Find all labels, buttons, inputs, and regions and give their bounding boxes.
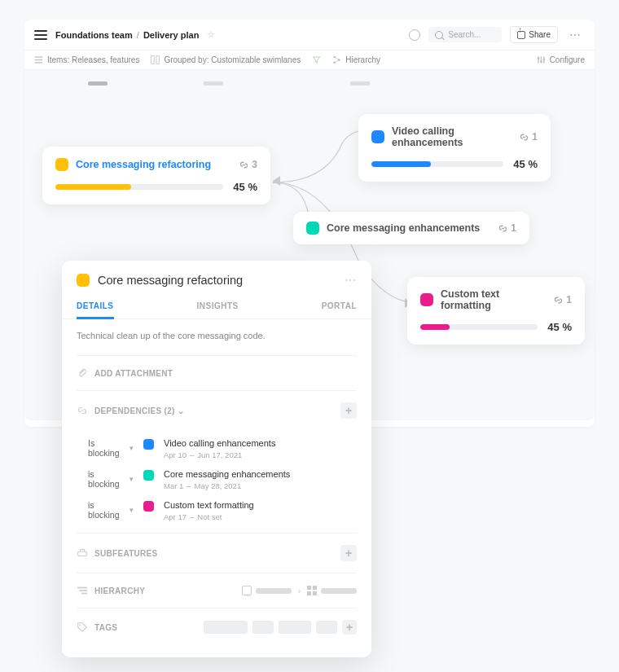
search-icon (435, 31, 443, 39)
link-icon (519, 132, 529, 143)
dependency-count[interactable]: 1 (553, 294, 572, 305)
svg-point-12 (540, 60, 542, 63)
breadcrumb-page[interactable]: Delivery plan (143, 30, 199, 40)
svg-rect-17 (81, 593, 87, 595)
progress-bar (371, 161, 503, 167)
timeline-marker (350, 81, 370, 86)
topbar: Foundations team / Delivery plan ☆ Searc… (24, 20, 595, 51)
card-custom-text[interactable]: Custom text formatting 1 45 % (407, 277, 585, 345)
dependencies-section[interactable]: DEPENDENCIES (2) ⌄ + (77, 390, 357, 430)
color-dot (143, 470, 154, 481)
svg-rect-16 (80, 590, 88, 591)
progress-bar (55, 184, 223, 190)
tab-insights[interactable]: INSIGHTS (196, 295, 238, 318)
dependency-item[interactable]: is blocking▾ Core messaging enhancements… (77, 464, 357, 495)
star-icon[interactable]: ☆ (207, 29, 215, 40)
add-dependency-button[interactable]: + (340, 402, 357, 419)
add-tag-button[interactable]: + (342, 620, 357, 635)
timeline-marker (88, 81, 108, 86)
tag-placeholder (204, 621, 248, 634)
subfeatures-icon (77, 547, 88, 559)
breadcrumb[interactable]: Foundations team / Delivery plan (55, 30, 199, 40)
card-video-calling[interactable]: Video calling enhancements 1 45 % (358, 114, 551, 182)
color-dot (143, 439, 154, 450)
color-dot (55, 158, 68, 171)
svg-rect-20 (307, 591, 311, 595)
tab-portal[interactable]: PORTAL (322, 295, 357, 318)
svg-rect-3 (151, 56, 154, 64)
svg-rect-2 (35, 62, 43, 63)
attachment-section[interactable]: ADD ATTACHMENT (77, 355, 357, 390)
dependency-list: Is blocking▾ Video calling enhancements … (77, 430, 357, 533)
link-icon (77, 405, 88, 416)
filter-button[interactable] (312, 55, 321, 64)
svg-point-13 (542, 58, 545, 60)
dependency-item[interactable]: is blocking▾ Custom text formatting Apr … (77, 495, 357, 526)
color-dot (77, 274, 90, 287)
svg-rect-14 (78, 551, 87, 556)
progress-percent: 45 % (233, 181, 257, 193)
hierarchy-section[interactable]: HIERARCHY › (77, 573, 357, 608)
svg-rect-1 (35, 59, 43, 60)
svg-rect-4 (156, 56, 159, 64)
description: Technical clean up of the core messaging… (77, 331, 357, 340)
color-dot (371, 130, 384, 143)
share-button[interactable]: Share (510, 26, 558, 43)
tag-placeholder (252, 621, 274, 634)
tags-section[interactable]: TAGS + (77, 608, 357, 646)
progress-percent: 45 % (513, 158, 538, 170)
tag-icon (77, 621, 88, 633)
tab-details[interactable]: DETAILS (77, 295, 114, 319)
card-core-enhancements[interactable]: Core messaging enhancements 1 (293, 212, 529, 244)
dependency-count[interactable]: 1 (519, 131, 538, 143)
progress-percent: 45 % (547, 321, 572, 333)
link-icon (553, 295, 564, 305)
dependency-relation[interactable]: is blocking▾ (77, 500, 134, 520)
card-title[interactable]: Core messaging refactoring (76, 159, 231, 170)
detail-panel: Core messaging refactoring ⋯ DETAILS INS… (62, 261, 371, 657)
card-title[interactable]: Custom text formatting (441, 288, 546, 311)
attachment-icon (77, 367, 88, 379)
color-dot (420, 293, 433, 306)
tag-placeholder (316, 621, 337, 634)
dependency-count[interactable]: 1 (498, 222, 516, 234)
svg-point-22 (80, 625, 81, 626)
tag-placeholder (279, 621, 311, 634)
grouped-filter[interactable]: Grouped by: Customizable swimlanes (151, 55, 301, 64)
tabs: DETAILS INSIGHTS PORTAL (62, 295, 371, 319)
chevron-down-icon: ▾ (130, 475, 134, 483)
hierarchy-button[interactable]: Hierarchy (332, 55, 380, 64)
dependency-item[interactable]: Is blocking▾ Video calling enhancements … (77, 433, 357, 464)
svg-rect-18 (307, 586, 311, 590)
svg-rect-19 (313, 586, 317, 590)
search-input[interactable]: Search... (428, 27, 502, 42)
card-title[interactable]: Core messaging enhancements (327, 222, 490, 234)
menu-icon[interactable] (34, 30, 47, 40)
svg-rect-21 (313, 591, 317, 595)
chevron-down-icon: ▾ (130, 444, 134, 452)
chevron-down-icon: ▾ (130, 506, 134, 514)
dependency-relation[interactable]: is blocking▾ (77, 469, 134, 489)
color-dot (143, 501, 154, 512)
dependency-relation[interactable]: Is blocking▾ (77, 438, 134, 458)
chevron-down-icon: ⌄ (178, 406, 184, 415)
link-icon (498, 223, 508, 234)
breadcrumb-team[interactable]: Foundations team (55, 30, 133, 40)
progress-bar (420, 324, 538, 330)
toolbar: Items: Releases, features Grouped by: Cu… (24, 51, 595, 70)
hierarchy-icon (77, 585, 88, 596)
card-title[interactable]: Video calling enhancements (392, 125, 511, 148)
link-icon (239, 160, 249, 170)
comment-icon[interactable] (409, 29, 420, 41)
configure-button[interactable]: Configure (537, 55, 585, 64)
add-subfeature-button[interactable]: + (340, 545, 357, 561)
items-filter[interactable]: Items: Releases, features (34, 55, 139, 64)
svg-rect-15 (77, 587, 87, 589)
svg-rect-0 (35, 56, 43, 57)
panel-more-button[interactable]: ⋯ (345, 274, 357, 287)
subfeatures-section[interactable]: SUBFEATURES + (77, 533, 357, 573)
more-button[interactable]: ⋯ (566, 29, 585, 42)
dependency-count[interactable]: 3 (239, 159, 257, 170)
timeline-marker (204, 81, 223, 86)
card-core-refactoring[interactable]: Core messaging refactoring 3 45 % (42, 147, 270, 204)
